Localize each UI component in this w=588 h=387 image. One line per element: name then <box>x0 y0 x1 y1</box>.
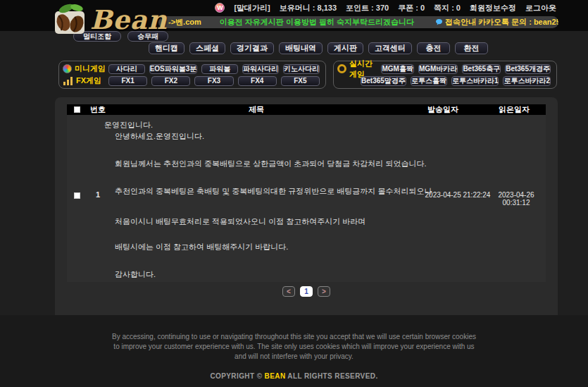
pagination: < 1 > <box>55 286 558 297</box>
message-line: 안녕하세요.운영진입니다. <box>115 131 204 142</box>
nav-withdraw[interactable]: 환전 <box>455 42 488 54</box>
message-line: 회원님께서는 추천인과의 중복배팅으로 상한금액이 초과되어 당첨금 차감처리 … <box>115 159 426 169</box>
message-title: 운영진입니다. <box>104 120 153 130</box>
game-mgm-oddeven-button[interactable]: MGM홀짝 <box>381 64 413 74</box>
edit-profile-link[interactable]: 회원정보수정 <box>470 3 516 13</box>
game-lotus-baccarat1-button[interactable]: 로투스바카라1 <box>451 76 499 86</box>
mini-game-panel: 미니게임 사다리 EOS파워볼3분 파워볼 파워사다리 키노사다리 FX게임 F… <box>58 61 326 89</box>
user-points: 포인트 : 370 <box>346 3 389 13</box>
game-power-ladder-button[interactable]: 파워사다리 <box>242 64 279 74</box>
fx-chart-icon <box>63 76 73 85</box>
nav-bet-history[interactable]: 배팅내역 <box>279 42 323 54</box>
main-nav: 핸디캡 스페셜 경기결과 배팅내역 게시판 고객센터 충전 환전 <box>149 42 488 54</box>
user-info-bar: W [말대가리] 보유머니 : 8,133 포인트 : 370 쿠폰 : 0 쪽… <box>215 3 556 13</box>
message-table: 번호 제목 발송일자 읽은일자 1 운영진입니다. 안녕하세요.운영진입니다. … <box>67 104 546 282</box>
copyright-prefix: COPYRIGHT © <box>210 372 264 380</box>
cookie-notice-line: to improve your customer experience with… <box>0 342 588 352</box>
message-table-header: 번호 제목 발송일자 읽은일자 <box>67 104 546 115</box>
header-title: 제목 <box>109 104 404 115</box>
game-fx5-button[interactable]: FX5 <box>281 76 320 86</box>
prev-page-button[interactable]: < <box>282 286 295 297</box>
game-powerball-button[interactable]: 파워볼 <box>201 64 238 74</box>
mini-game-label-text: 미니게임 <box>75 63 106 74</box>
kakao-talk-icon <box>435 18 443 26</box>
logout-link[interactable]: 로그아웃 <box>525 3 556 13</box>
game-panels: 미니게임 사다리 EOS파워볼3분 파워볼 파워사다리 키노사다리 FX게임 F… <box>58 61 557 89</box>
game-bet365-horserace-button[interactable]: Bet365말경주 <box>361 76 406 86</box>
live-game-panel: 실시간게임 MGM홀짝 MGM바카라 Bet365축구 Bet365개경주 Be… <box>333 61 557 89</box>
copyright-brand: BEAN <box>265 372 286 380</box>
game-fx1-button[interactable]: FX1 <box>108 76 147 86</box>
mini-game-wheel-icon <box>63 64 72 73</box>
header-read-date: 읽은일자 <box>482 104 546 115</box>
content-area: 번호 제목 발송일자 읽은일자 1 운영진입니다. 안녕하세요.운영진입니다. … <box>55 97 558 315</box>
nav-handicap[interactable]: 핸디캡 <box>149 42 184 54</box>
message-sent-date: 2023-04-25 21:22:24 <box>420 191 495 199</box>
game-lotus-baccarat2-button[interactable]: 로투스바카라2 <box>503 76 551 86</box>
message-line: 배팅시에는 이점 참고하여 배팅해주시기 바랍니다. <box>115 242 288 252</box>
user-money: 보유머니 : 8,133 <box>280 3 337 13</box>
copyright-suffix: ALL RIGHTS RESERVED. <box>286 372 378 380</box>
live-game-ring-icon <box>337 64 346 73</box>
current-page-button[interactable]: 1 <box>300 286 313 297</box>
site-address: ->벤.com <box>168 17 201 27</box>
message-line: 처음이시니 배팅무효처리로 적용되었사오니 이점 참고하여주시기 바라며 <box>115 216 365 227</box>
message-number: 1 <box>91 190 105 199</box>
fx-game-label-text: FX게임 <box>76 75 101 86</box>
game-fx2-button[interactable]: FX2 <box>151 76 190 86</box>
nav-special[interactable]: 스페셜 <box>189 42 225 54</box>
nav-deposit[interactable]: 충전 <box>417 42 450 54</box>
user-coupon: 쿠폰 : 0 <box>398 3 425 13</box>
user-nickname: [말대가리] <box>234 3 270 13</box>
user-notes: 쪽지 : 0 <box>434 3 461 13</box>
select-all-checkbox[interactable] <box>74 106 80 113</box>
message-read-date: 2023-04-26 00:31:12 <box>485 191 547 207</box>
game-fx4-button[interactable]: FX4 <box>238 76 277 86</box>
site-logo[interactable]: Bean <box>51 1 168 42</box>
coffee-bean-icon <box>51 1 90 37</box>
message-line: 추천인과의 중복베팅은 축배팅 및 중복베팅의대한 규정위반으로 배팅금까지 몰… <box>115 186 432 197</box>
message-row: 1 운영진입니다. 안녕하세요.운영진입니다. 회원님께서는 추천인과의 중복배… <box>67 115 546 282</box>
message-line: 감사합니다. <box>115 269 156 280</box>
cookie-notice: By accessing, continuing to use or navig… <box>0 332 588 362</box>
nav-customer-center[interactable]: 고객센터 <box>368 42 412 54</box>
kakao-contact: 접속안내 카카오톡 문의 : bean2580 <box>435 17 558 27</box>
next-page-button[interactable]: > <box>318 286 330 297</box>
game-bet365-soccer-button[interactable]: Bet365축구 <box>462 64 501 74</box>
mini-game-label: 미니게임 <box>63 63 106 74</box>
game-eos-powerball-button[interactable]: EOS파워볼3분 <box>149 64 198 74</box>
header-number: 번호 <box>87 104 109 115</box>
game-fx3-button[interactable]: FX3 <box>194 76 233 86</box>
game-ladder-button[interactable]: 사다리 <box>108 64 145 74</box>
footer: By accessing, continuing to use or navig… <box>0 315 588 387</box>
logo-text: Bean <box>90 1 168 38</box>
user-level-badge-icon: W <box>215 3 225 13</box>
header-sent-date: 발송일자 <box>404 104 482 115</box>
kakao-contact-label: 접속안내 카카오톡 문의 : bean2580 <box>445 17 558 27</box>
nav-results[interactable]: 경기결과 <box>230 42 274 54</box>
copyright: COPYRIGHT © BEAN ALL RIGHTS RESERVED. <box>0 372 588 380</box>
game-mgm-baccarat-button[interactable]: MGM바카라 <box>418 64 458 74</box>
game-keno-ladder-button[interactable]: 키노사다리 <box>283 64 320 74</box>
cookie-notice-line: and will not interfere with your privacy… <box>0 352 588 362</box>
cookie-notice-line: By accessing, continuing to use or navig… <box>0 332 588 342</box>
game-bet365-dograce-button[interactable]: Bet365개경주 <box>505 64 551 74</box>
fx-game-label: FX게임 <box>63 75 106 86</box>
nav-board[interactable]: 게시판 <box>327 42 363 54</box>
row-checkbox[interactable] <box>74 192 80 199</box>
game-lotus-oddeven-button[interactable]: 로투스홀짝 <box>411 76 447 86</box>
notice-marquee-text: 이용전 자유게시판 이용방법 필히 숙지부탁드리겠습니다 <box>220 17 414 27</box>
notice-bar: ->벤.com 이용전 자유게시판 이용방법 필히 숙지부탁드리겠습니다 접속안… <box>158 16 558 28</box>
